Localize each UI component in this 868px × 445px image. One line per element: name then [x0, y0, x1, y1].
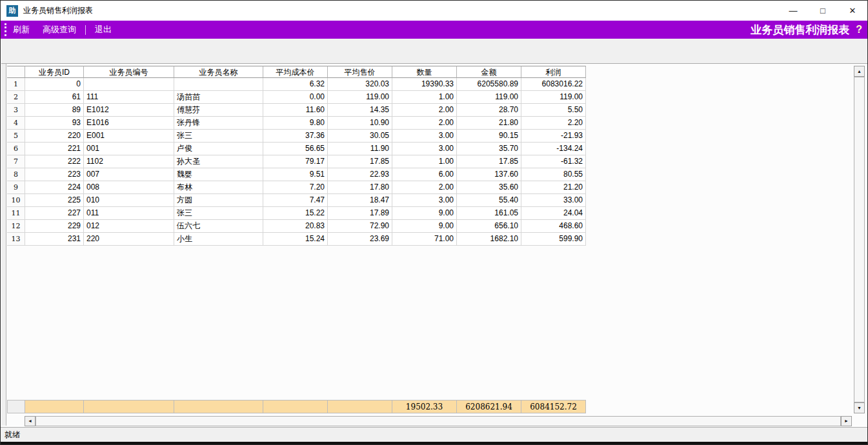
grid-cell[interactable]: 35.70	[457, 143, 521, 155]
grid-cell[interactable]: 15.24	[263, 233, 328, 246]
grid-cell[interactable]: 6205580.89	[457, 78, 521, 91]
grid-cell[interactable]: 33.00	[521, 194, 586, 207]
grid-cell[interactable]: 30.05	[328, 130, 392, 143]
grid-cell[interactable]: 37.36	[263, 130, 328, 143]
grid-cell[interactable]: 28.70	[457, 104, 521, 117]
grid-cell[interactable]: 55.40	[457, 194, 521, 207]
exit-button[interactable]: 退出	[88, 21, 118, 39]
grid-cell[interactable]: 5.50	[521, 104, 586, 117]
grid-cell[interactable]: 魏婴	[174, 168, 263, 181]
grid-cell[interactable]: 1.00	[392, 91, 457, 104]
header-cell[interactable]: 利润	[521, 66, 586, 78]
grid-cell[interactable]: 011	[84, 207, 174, 220]
grid-cell[interactable]: 6.32	[263, 78, 328, 91]
grid-cell[interactable]: 伍六七	[174, 220, 263, 233]
minimize-button[interactable]: —	[778, 1, 808, 21]
scroll-left-icon[interactable]: ◄	[25, 416, 35, 426]
grid-cell[interactable]: 18.47	[328, 194, 392, 207]
header-cell[interactable]: 平均成本价	[263, 66, 328, 78]
grid-cell[interactable]: 119.00	[457, 91, 521, 104]
header-cell[interactable]: 业务员ID	[25, 66, 84, 78]
grid-cell[interactable]: 0.00	[263, 91, 328, 104]
horizontal-scrollbar-thumb[interactable]	[35, 416, 841, 426]
scroll-down-icon[interactable]: ▼	[854, 402, 865, 413]
grid-cell[interactable]: 79.17	[263, 155, 328, 168]
table-row[interactable]: 106.32320.0319390.336205580.896083016.22	[7, 78, 586, 91]
grid-cell[interactable]: 010	[84, 194, 174, 207]
grid-cell[interactable]: E1012	[84, 104, 174, 117]
grid-cell[interactable]: 320.03	[328, 78, 392, 91]
header-cell[interactable]: 平均售价	[328, 66, 392, 78]
table-row[interactable]: 12229012伍六七20.8372.909.00656.10468.60	[7, 220, 586, 233]
grid-cell[interactable]: 10.90	[328, 117, 392, 130]
grid-cell[interactable]: 汤苗苗	[174, 91, 263, 104]
grid-cell[interactable]: 24.04	[521, 207, 586, 220]
grid-cell[interactable]: 2.00	[392, 117, 457, 130]
table-row[interactable]: 8223007魏婴9.5122.936.00137.6080.55	[7, 168, 586, 181]
grid-cell[interactable]: 19390.33	[392, 78, 457, 91]
grid-cell[interactable]: 468.60	[521, 220, 586, 233]
header-cell[interactable]: 业务员编号	[84, 66, 174, 78]
grid-cell[interactable]: 小生	[174, 233, 263, 246]
grid-cell[interactable]: 80.55	[521, 168, 586, 181]
grid-cell[interactable]: 15.22	[263, 207, 328, 220]
scroll-up-icon[interactable]: ▲	[854, 66, 865, 77]
grid-cell[interactable]: 6083016.22	[521, 78, 586, 91]
grid-cell[interactable]: 布林	[174, 181, 263, 194]
grid-cell[interactable]: 220	[25, 130, 84, 143]
grid-cell[interactable]: 56.65	[263, 143, 328, 155]
grid-cell[interactable]: 223	[25, 168, 84, 181]
grid-cell[interactable]: 225	[25, 194, 84, 207]
table-row[interactable]: 261111汤苗苗0.00119.001.00119.00119.00	[7, 91, 586, 104]
maximize-button[interactable]: □	[808, 1, 838, 21]
grid-cell[interactable]: 220	[84, 233, 174, 246]
grid-cell[interactable]: 119.00	[521, 91, 586, 104]
grid-cell[interactable]: 0	[25, 78, 84, 91]
table-row[interactable]: 9224008布林7.2017.802.0035.6021.20	[7, 181, 586, 194]
grid-cell[interactable]: 3.00	[392, 194, 457, 207]
grid-cell[interactable]: 231	[25, 233, 84, 246]
grid-cell[interactable]: 傅慧芬	[174, 104, 263, 117]
grid-cell[interactable]: 2.00	[392, 104, 457, 117]
vertical-scrollbar-thumb[interactable]	[854, 77, 865, 402]
table-row[interactable]: 10225010方圆7.4718.473.0055.4033.00	[7, 194, 586, 207]
scroll-right-icon[interactable]: ►	[841, 416, 852, 426]
grid-cell[interactable]: 孙大圣	[174, 155, 263, 168]
grid-cell[interactable]: -61.32	[521, 155, 586, 168]
grid-cell[interactable]: 7.47	[263, 194, 328, 207]
table-row[interactable]: 11227011张三15.2217.899.00161.0524.04	[7, 207, 586, 220]
grid-cell[interactable]: 89	[25, 104, 84, 117]
grid-cell[interactable]: 9.80	[263, 117, 328, 130]
grid-cell[interactable]: 599.90	[521, 233, 586, 246]
grid-cell[interactable]: 2.00	[392, 181, 457, 194]
grid-cell[interactable]: 227	[25, 207, 84, 220]
grid-cell[interactable]: 3.00	[392, 143, 457, 155]
grid-cell[interactable]: 11.90	[328, 143, 392, 155]
grid-cell[interactable]: 119.00	[328, 91, 392, 104]
grid-cell[interactable]: 111	[84, 91, 174, 104]
grid-cell[interactable]	[174, 78, 263, 91]
grid-cell[interactable]: 93	[25, 117, 84, 130]
grid-cell[interactable]: 224	[25, 181, 84, 194]
header-cell[interactable]: 数量	[392, 66, 457, 78]
help-icon[interactable]: ?	[856, 24, 862, 35]
grid-cell[interactable]: 008	[84, 181, 174, 194]
grid-cell[interactable]: 17.89	[328, 207, 392, 220]
grid-cell[interactable]: 张三	[174, 207, 263, 220]
grid-cell[interactable]: 14.35	[328, 104, 392, 117]
grid-cell[interactable]: 方圆	[174, 194, 263, 207]
grid-cell[interactable]: E1016	[84, 117, 174, 130]
table-row[interactable]: 72221102孙大圣79.1717.851.0017.85-61.32	[7, 155, 586, 168]
grid-cell[interactable]: 61	[25, 91, 84, 104]
grid-cell[interactable]: 7.20	[263, 181, 328, 194]
grid-cell[interactable]: 1.00	[392, 155, 457, 168]
grid-cell[interactable]: -21.93	[521, 130, 586, 143]
table-row[interactable]: 5220E001张三37.3630.053.0090.15-21.93	[7, 130, 586, 143]
grid-cell[interactable]: 137.60	[457, 168, 521, 181]
grid-cell[interactable]: -134.24	[521, 143, 586, 155]
grid-cell[interactable]: 张丹锋	[174, 117, 263, 130]
grid-cell[interactable]: 6.00	[392, 168, 457, 181]
grid-cell[interactable]: 11.60	[263, 104, 328, 117]
grid-cell[interactable]: 张三	[174, 130, 263, 143]
grid-cell[interactable]	[84, 78, 174, 91]
